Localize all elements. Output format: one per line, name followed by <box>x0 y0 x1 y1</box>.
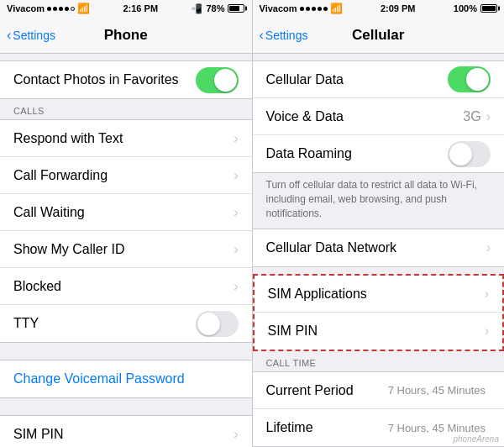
right-back-chevron: ‹ <box>260 28 264 43</box>
right-back-label[interactable]: Settings <box>265 29 308 42</box>
right-panel: Vivacom 📶 2:09 PM 100% ‹ Settings Cellul… <box>253 0 505 447</box>
right-battery-fill <box>482 6 496 11</box>
right-wifi-icon: 📶 <box>330 3 343 14</box>
right-status-bar: Vivacom 📶 2:09 PM 100% <box>253 0 505 17</box>
right-battery-label: 100% <box>454 3 477 13</box>
right-item-sim-pin[interactable]: SIM PIN › <box>255 313 503 350</box>
left-toggle-tty[interactable] <box>196 311 239 337</box>
right-item-current-period: Current Period 7 Hours, 45 Minutes <box>253 372 505 409</box>
right-chevron-voice-data: › <box>486 109 491 124</box>
right-chevron-sim-apps: › <box>485 287 489 302</box>
left-chevron-respond: › <box>234 131 238 146</box>
right-item-sim-applications[interactable]: SIM Applications › <box>255 276 503 313</box>
left-back-label[interactable]: Settings <box>13 29 55 42</box>
right-value-current-period: 7 Hours, 45 Minutes <box>388 384 486 397</box>
right-chevron-network: › <box>486 240 491 255</box>
left-group-toggle: Contact Photos in Favorites <box>0 60 252 99</box>
right-cellular-description: Turn off cellular data to restrict all d… <box>253 173 505 229</box>
left-item-blocked[interactable]: Blocked › <box>0 268 252 305</box>
right-value-voice-data: 3G <box>463 109 480 124</box>
right-value-lifetime: 7 Hours, 45 Minutes <box>388 422 486 434</box>
right-toggle-cellular-data[interactable] <box>448 66 491 92</box>
left-item-contact-photos[interactable]: Contact Photos in Favorites <box>0 61 252 98</box>
left-chevron-waiting: › <box>234 205 238 220</box>
left-signal <box>47 7 75 11</box>
left-calls-header: CALLS <box>0 99 252 119</box>
watermark: phoneArena <box>454 434 500 444</box>
right-carrier: Vivacom <box>260 3 297 13</box>
right-toggle-roaming[interactable] <box>448 141 491 167</box>
left-chevron-blocked: › <box>234 279 238 294</box>
left-item-tty[interactable]: TTY <box>0 305 252 342</box>
right-item-data-roaming[interactable]: Data Roaming <box>253 135 505 172</box>
left-bluetooth-icon: 📲 <box>191 3 202 14</box>
left-toggle-contact-photos[interactable] <box>196 67 239 93</box>
left-item-call-forwarding[interactable]: Call Forwarding › <box>0 157 252 194</box>
left-item-respond-text[interactable]: Respond with Text › <box>0 120 252 157</box>
left-group-sim: SIM PIN › <box>0 415 252 447</box>
left-nav-title: Phone <box>104 27 148 44</box>
right-nav-title: Cellular <box>352 27 404 44</box>
right-sim-highlight-box: SIM Applications › SIM PIN › <box>253 274 505 351</box>
left-chevron-forwarding: › <box>234 168 238 183</box>
right-time: 2:09 PM <box>381 3 416 13</box>
left-item-call-waiting[interactable]: Call Waiting › <box>0 194 252 231</box>
right-group-cellular-top: Cellular Data Voice & Data 3G › Data Roa… <box>253 60 505 173</box>
left-panel: Vivacom 📶 2:16 PM 📲 78% ‹ Settings P <box>0 0 252 447</box>
right-battery-icon <box>480 4 497 13</box>
left-carrier: Vivacom <box>7 3 45 13</box>
left-chevron-sim-pin: › <box>234 427 238 442</box>
right-group-sim-highlighted: SIM Applications › SIM PIN › <box>255 276 503 350</box>
left-group-voicemail: Change Voicemail Password <box>0 360 252 398</box>
left-item-voicemail[interactable]: Change Voicemail Password <box>0 360 252 397</box>
left-item-caller-id[interactable]: Show My Caller ID › <box>0 231 252 268</box>
left-group-calls: Respond with Text › Call Forwarding › Ca… <box>0 119 252 343</box>
left-time: 2:16 PM <box>123 3 158 13</box>
right-call-time-header: CALL TIME <box>253 351 505 371</box>
right-nav-bar: ‹ Settings Cellular <box>253 17 505 54</box>
right-settings-content: Cellular Data Voice & Data 3G › Data Roa… <box>253 54 505 447</box>
left-battery-pct: 78% <box>206 3 224 13</box>
left-wifi-icon: 📶 <box>77 3 90 14</box>
left-back-button[interactable]: ‹ Settings <box>7 28 55 43</box>
left-chevron-caller-id: › <box>234 242 238 257</box>
left-battery-fill <box>229 6 239 11</box>
left-back-chevron: ‹ <box>7 28 11 43</box>
right-item-cellular-network[interactable]: Cellular Data Network › <box>253 229 505 266</box>
left-settings-content: Contact Photos in Favorites CALLS Respon… <box>0 54 252 447</box>
left-battery-icon <box>228 4 244 13</box>
right-back-button[interactable]: ‹ Settings <box>260 28 308 43</box>
right-item-cellular-data[interactable]: Cellular Data <box>253 61 505 98</box>
left-status-bar: Vivacom 📶 2:16 PM 📲 78% <box>0 0 252 17</box>
right-group-network: Cellular Data Network › <box>253 229 505 267</box>
left-nav-bar: ‹ Settings Phone <box>0 17 252 54</box>
right-chevron-sim-pin: › <box>485 323 489 339</box>
right-item-voice-data[interactable]: Voice & Data 3G › <box>253 98 505 135</box>
left-item-sim-pin[interactable]: SIM PIN › <box>0 416 252 447</box>
right-signal <box>300 7 328 11</box>
